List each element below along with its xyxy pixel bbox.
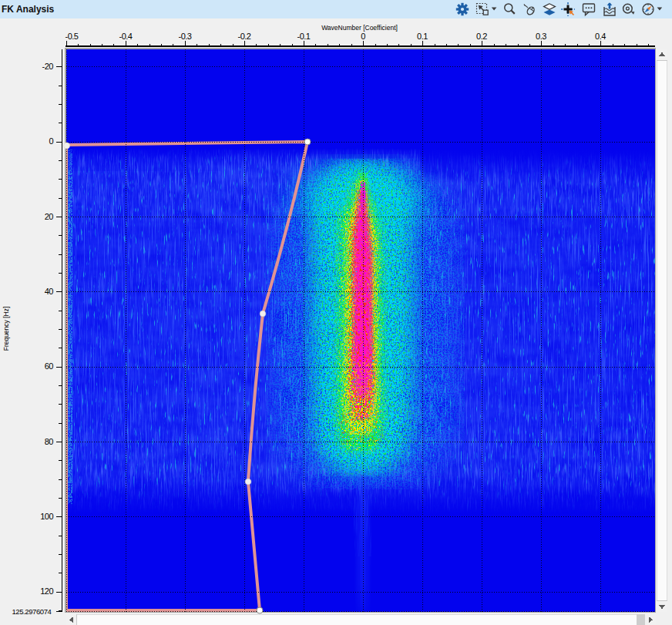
svg-text:20: 20: [45, 212, 54, 221]
svg-text:0: 0: [49, 136, 53, 146]
svg-text:0: 0: [361, 32, 365, 41]
svg-text:100: 100: [40, 512, 53, 521]
svg-text:125.2976074: 125.2976074: [12, 607, 51, 616]
svg-text:60: 60: [45, 361, 54, 371]
svg-text:FK Analysis: FK Analysis: [2, 4, 55, 15]
svg-text:120: 120: [40, 586, 53, 596]
svg-text:0.1: 0.1: [417, 32, 428, 41]
svg-text:WaveNumber [Coefficient]: WaveNumber [Coefficient]: [321, 24, 398, 32]
svg-text:0.4: 0.4: [595, 32, 606, 41]
svg-text:-0.2: -0.2: [238, 32, 251, 41]
svg-text:-20: -20: [42, 62, 54, 71]
svg-text:0.2: 0.2: [476, 32, 487, 41]
svg-text:0.3: 0.3: [536, 32, 546, 41]
svg-text:-0.4: -0.4: [119, 32, 133, 41]
svg-text:-0.5: -0.5: [66, 32, 79, 41]
svg-text:40: 40: [45, 287, 54, 296]
svg-text:-0.1: -0.1: [297, 32, 311, 41]
svg-text:Frequency [Hz]: Frequency [Hz]: [2, 307, 10, 351]
svg-text:-0.3: -0.3: [179, 32, 192, 41]
svg-text:80: 80: [45, 437, 54, 446]
